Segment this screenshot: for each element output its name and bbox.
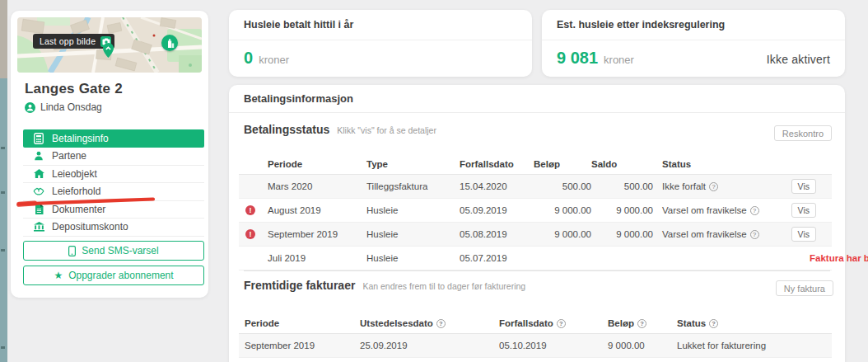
reskontro-button[interactable]: Reskontro <box>774 125 832 141</box>
cell-periode: Juli 2019 <box>268 246 366 270</box>
future-invoices-table: Periode Utstedelsesdato? Forfallsdato? B… <box>239 314 832 362</box>
cell-saldo: 9 000.00 <box>591 198 653 222</box>
send-sms-label: Send SMS-varsel <box>82 245 158 256</box>
upgrade-label: Oppgrader abonnement <box>68 270 173 281</box>
cell-belop: 9 000.00 <box>534 198 591 222</box>
home-icon <box>33 169 44 178</box>
table-header-row: Periode Utstedelsesdato? Forfallsdato? B… <box>239 314 832 333</box>
send-sms-button[interactable]: Send SMS-varsel <box>23 241 204 261</box>
table-row: Juli 2019 Husleie 05.07.2019 Faktura har… <box>239 246 832 270</box>
cell-belop: 9 000.00 <box>608 357 677 362</box>
help-icon[interactable]: ? <box>750 230 759 239</box>
person-icon <box>33 151 44 161</box>
col-periode: Periode <box>268 155 366 174</box>
cell-forfallsdato: 05.11.2019 <box>499 357 608 362</box>
star-icon: ★ <box>54 270 63 280</box>
col-belop: Beløp <box>534 155 591 174</box>
cell-periode: Oktober 2019 <box>239 357 360 362</box>
tenant-name: Linda Onsdag <box>40 101 102 113</box>
payment-status-table: Periode Type Forfallsdato Beløp Saldo St… <box>239 155 832 270</box>
edge-mark <box>1 147 5 149</box>
property-detail-page: Last opp bilde <box>0 0 868 362</box>
building-map-button[interactable] <box>161 35 178 51</box>
page-edge-top <box>0 0 7 78</box>
col-status: Status <box>653 155 774 174</box>
cell-periode: September 2019 <box>239 333 360 357</box>
cell-status: Lukket for fakturering <box>677 333 832 357</box>
handshake-icon <box>33 187 44 195</box>
sidebar-item-partene[interactable]: Partene <box>23 148 204 166</box>
tenant-row: Linda Onsdag <box>25 101 102 113</box>
edge-mark <box>1 249 5 252</box>
col-periode: Periode <box>239 314 360 333</box>
sidebar-item-leieobjekt[interactable]: Leieforhold Leieobjekt <box>23 166 204 184</box>
index-status: Ikke aktivert <box>767 53 830 66</box>
table-row: Oktober 2019 26.10.2019 05.11.2019 9 000… <box>239 357 832 362</box>
help-icon[interactable]: ? <box>637 319 646 328</box>
help-icon[interactable]: ? <box>436 319 446 328</box>
table-header-row: Periode Type Forfallsdato Beløp Saldo St… <box>239 155 832 174</box>
help-icon[interactable]: ? <box>709 319 718 328</box>
page-title: Langes Gate 2 <box>25 81 123 97</box>
cell-belop: 500.00 <box>534 174 591 198</box>
rent-paid-value: 0 <box>244 49 253 68</box>
cell-periode: Mars 2020 <box>268 174 366 198</box>
cell-forfallsdato: 05.07.2019 <box>460 246 534 270</box>
table-row: Mars 2020 Tilleggsfaktura 15.04.2020 500… <box>239 174 832 198</box>
cell-belop: 9 000.00 <box>534 222 591 246</box>
cell-utstedelsesdato: 25.09.2019 <box>360 333 499 357</box>
sidebar-item-leieforhold[interactable]: Leieforhold <box>23 183 204 201</box>
cell-forfallsdato: 15.04.2020 <box>460 174 534 198</box>
cell-status: Ikke forfalt? <box>653 174 774 198</box>
property-map[interactable]: Last opp bilde <box>17 17 202 73</box>
index-value: 9 081 <box>557 49 598 68</box>
status-text: Varsel om fravikelse <box>662 205 747 215</box>
cell-type: Husleie <box>366 246 460 270</box>
col-status: Status? <box>677 314 832 333</box>
help-icon[interactable]: ? <box>750 206 759 215</box>
cell-forfallsdato: 05.08.2019 <box>460 222 534 246</box>
sidebar-item-label: Leieforhold <box>52 186 100 197</box>
future-invoices-hint: Kan endres frem til to dager før fakture… <box>362 281 525 291</box>
sidebar-item-betalingsinfo[interactable]: Betalingsinfo <box>23 129 204 148</box>
cell-saldo: 9 000.00 <box>591 222 653 246</box>
table-row: September 2019 25.09.2019 05.10.2019 9 0… <box>239 333 832 357</box>
help-icon[interactable]: ? <box>709 182 718 191</box>
upload-image-label: Last opp bilde <box>40 36 96 46</box>
cell-type: Husleie <box>366 198 460 222</box>
sidebar-item-dokumenter[interactable]: Dokumenter <box>23 201 204 219</box>
status-text: Ikke forfalt <box>662 181 706 191</box>
col-type: Type <box>366 155 460 174</box>
sidebar-item-label: Betalingsinfo <box>52 133 109 144</box>
card-index-regulation: Est. husleie etter indeksregulering 9 08… <box>542 10 845 77</box>
card-index-title: Est. husleie etter indeksregulering <box>542 10 845 40</box>
sidebar-item-depositumskonto[interactable]: Depositumskonto <box>23 219 204 237</box>
phone-icon <box>68 246 76 256</box>
vis-button[interactable]: Vis <box>791 227 816 242</box>
sidebar-item-label: Leieobjekt <box>52 168 97 180</box>
index-unit: kroner <box>604 54 634 66</box>
cell-periode: August 2019 <box>268 198 366 222</box>
vis-button[interactable]: Vis <box>791 203 816 218</box>
building-icon <box>166 39 175 48</box>
cell-forfallsdato: 05.10.2019 <box>499 333 608 357</box>
cell-status: Lukket for fakturering <box>677 357 832 362</box>
vis-button[interactable]: Vis <box>791 179 816 194</box>
cell-saldo: 500.00 <box>591 174 653 198</box>
cell-forfallsdato: 05.09.2019 <box>460 198 534 222</box>
bank-icon <box>33 222 44 232</box>
payment-info-panel: Betalingsinformasjon Betalingsstatus Kli… <box>229 85 845 362</box>
section-divider <box>244 270 830 271</box>
col-forfallsdato: Forfallsdato? <box>499 314 608 333</box>
col-belop: Beløp? <box>608 314 677 333</box>
upgrade-subscription-button[interactable]: ★ Oppgrader abonnement <box>23 266 204 285</box>
rent-paid-unit: kroner <box>259 54 289 66</box>
payment-status-heading: Betalingsstatus <box>244 123 329 136</box>
property-sidebar: Last opp bilde <box>11 11 208 298</box>
new-invoice-button[interactable]: Ny faktura <box>776 280 833 296</box>
document-icon <box>33 204 44 214</box>
cell-type: Tilleggsfaktura <box>366 174 460 198</box>
help-icon[interactable]: ? <box>557 319 566 328</box>
warning-icon: ! <box>245 205 255 215</box>
future-invoices-heading: Fremtidige fakturaer <box>244 279 355 292</box>
